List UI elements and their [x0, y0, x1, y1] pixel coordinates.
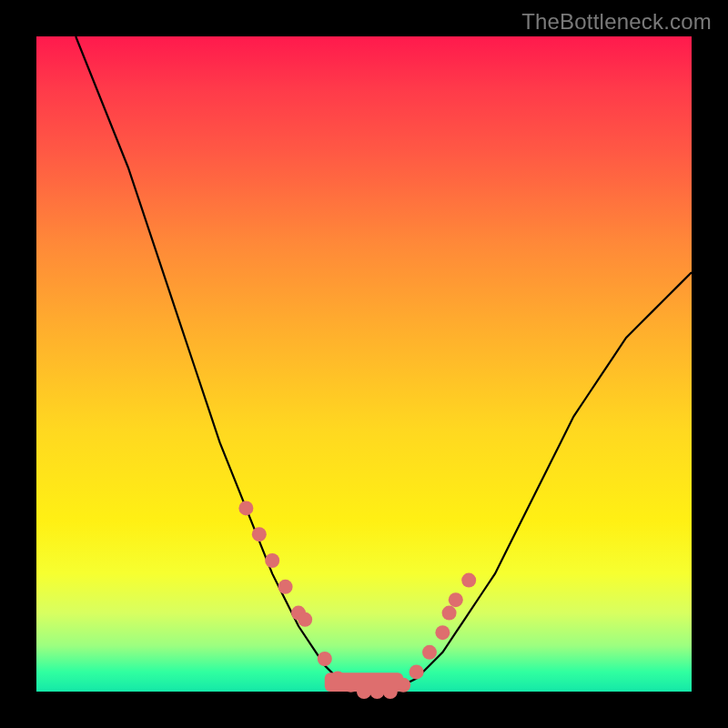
- plot-area: [36, 36, 692, 692]
- watermark-text: TheBottleneck.com: [521, 9, 712, 35]
- chart-frame: TheBottleneck.com: [0, 0, 728, 728]
